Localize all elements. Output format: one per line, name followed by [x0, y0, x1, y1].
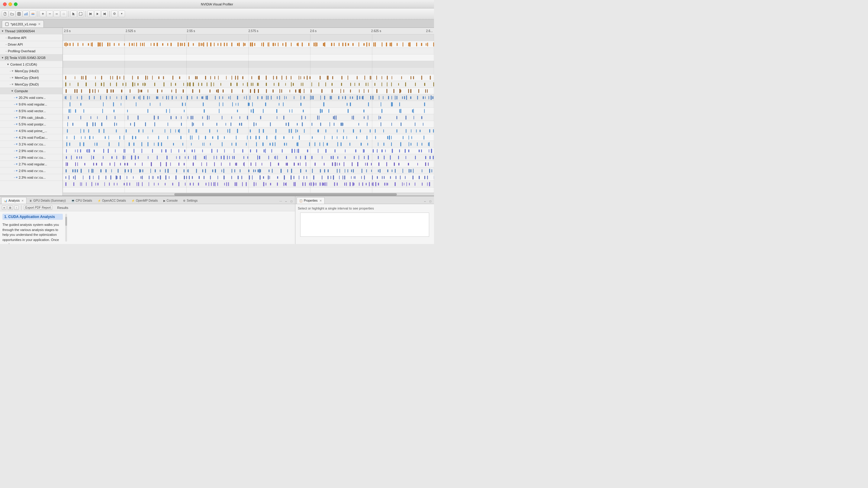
tree-row-k2[interactable]: –▼ 9.6% void regular...	[0, 101, 63, 108]
tree-row-profiling-overhead[interactable]: – Profiling Overhead	[0, 48, 63, 54]
tree-row-gpu[interactable]: ▼ [0] Tesla V100-SXM2-32GB	[0, 54, 63, 61]
k9-icon: –▼	[14, 149, 18, 152]
time-marker-2: 2.55 s	[187, 29, 195, 33]
tree-row-k1[interactable]: –▼ 20.2% void conv...	[0, 94, 63, 101]
zoom-in-button[interactable]: +	[39, 10, 46, 17]
tree-row-memcpy-htod[interactable]: –▼ MemCpy (HtoD)	[0, 68, 63, 75]
tree-row-k8[interactable]: –▼ 3.1% void cv::cu...	[0, 141, 63, 148]
main-toolbar: + − ⇔ □ ⚙ ▼	[0, 8, 434, 19]
tree-row-context[interactable]: ▼ Context 1 (CUDA)	[0, 61, 63, 68]
tree-row-k6[interactable]: –▼ 4.5% void prime_...	[0, 127, 63, 134]
properties-panel: 📋 Properties ✕ – □ Select or highlight a…	[295, 196, 434, 244]
k1-icon: –▼	[14, 96, 18, 99]
file-tab-close[interactable]: ✕	[38, 22, 40, 26]
analysis-tab-label: Analysis	[8, 199, 20, 202]
tab-analysis[interactable]: 📊 Analysis ✕	[1, 197, 27, 204]
k6-label: 4.5% void prime_...	[19, 129, 47, 133]
open-file-button[interactable]	[9, 10, 16, 17]
tree-row-k12[interactable]: –▼ 2.6% void cv::cu...	[0, 168, 63, 174]
tree-row-driver-api[interactable]: – Driver API	[0, 41, 63, 48]
panel-maximize-button[interactable]: □	[289, 199, 294, 204]
toolbar-sep-analysis	[21, 205, 22, 210]
tab-gpu-details[interactable]: 🖥 GPU Details (Summary)	[27, 197, 68, 204]
tree-row-k5[interactable]: –▼ 5.5% void postpr...	[0, 121, 63, 127]
close-button[interactable]	[3, 2, 7, 6]
properties-subtitle: Select or highlight a single interval to…	[298, 206, 432, 210]
tree-row-k11[interactable]: –▼ 2.7% void regular...	[0, 161, 63, 168]
thread-label: Thread 1683060544	[5, 29, 35, 33]
panel-menu-button[interactable]: ⋯	[278, 199, 283, 204]
tab-properties[interactable]: 📋 Properties ✕	[297, 197, 325, 204]
toolbar-separator-2	[68, 11, 69, 17]
timeline-scrollbar[interactable]	[63, 193, 434, 196]
maximize-button[interactable]	[14, 2, 18, 6]
svg-rect-5	[26, 13, 26, 16]
minimize-button[interactable]	[8, 2, 12, 6]
compute-label: Compute	[14, 89, 28, 93]
tree-row-k9[interactable]: –▼ 2.9% void cv::cu...	[0, 148, 63, 154]
properties-tab-close[interactable]: ✕	[319, 199, 322, 202]
timeline-content[interactable]	[63, 34, 434, 193]
select-tool-button[interactable]	[77, 10, 84, 17]
toolbar-group-file	[2, 10, 36, 17]
prev-frame-button[interactable]	[87, 10, 94, 17]
k12-label: 2.6% void cv::cu...	[19, 169, 45, 173]
tab-cpu-details[interactable]: 💻 CPU Details	[68, 197, 95, 204]
analysis-scrollbar-thumb[interactable]	[65, 217, 67, 226]
list-view-button[interactable]: ≡	[2, 206, 6, 210]
analysis-tab-close[interactable]: ✕	[22, 199, 24, 202]
save-file-button[interactable]	[16, 10, 22, 17]
k13-label: 2.3% void cv::cu...	[19, 176, 45, 179]
tree-row-k13[interactable]: –▼ 2.3% void cv::cu...	[0, 174, 63, 181]
tree-row-k3[interactable]: –▼ 8.5% void vector...	[0, 108, 63, 114]
k2-icon: –▼	[14, 103, 18, 106]
zoom-reset-button[interactable]: □	[60, 10, 67, 17]
cursor-tool-button[interactable]	[70, 10, 77, 17]
tab-console[interactable]: ▶ Console	[161, 197, 181, 204]
tree-row-k7[interactable]: –▼ 4.1% void ForEac...	[0, 134, 63, 141]
new-file-button[interactable]	[2, 10, 8, 17]
expand-button[interactable]: ↑	[14, 206, 19, 210]
timeline-chart-button[interactable]	[30, 10, 36, 17]
tree-row-k4[interactable]: –▼ 7.8% calc_(doub...	[0, 114, 63, 121]
chart-button[interactable]	[23, 10, 29, 17]
tab-openacc[interactable]: ⚡ OpenACC Details	[95, 197, 129, 204]
file-tab[interactable]: *pb1203_v1.nvvp ✕	[2, 20, 44, 28]
tree-row-memcpy-dtoh[interactable]: –▼ MemCpy (DtoH)	[0, 75, 63, 81]
svg-rect-4	[25, 13, 25, 16]
next-frame-button[interactable]	[101, 10, 108, 17]
export-pdf-button[interactable]: Export PDF Report	[24, 205, 52, 210]
k3-icon: –▼	[14, 110, 18, 113]
settings-dropdown-button[interactable]: ▼	[118, 10, 125, 17]
panel-minimize-button[interactable]: –	[284, 199, 288, 204]
tree-row-compute[interactable]: ▼ Compute	[0, 88, 63, 94]
zoom-out-button[interactable]: −	[46, 10, 53, 17]
tab-settings[interactable]: ⚙ Settings	[180, 197, 200, 204]
memcpy-dtod-label: MemCpy (DtoD)	[15, 83, 39, 86]
settings-button[interactable]: ⚙	[111, 10, 118, 17]
tree-row-k10[interactable]: –▼ 2.8% void cv::cu...	[0, 154, 63, 161]
results-tab[interactable]: Results	[54, 205, 72, 211]
properties-maximize-button[interactable]: □	[428, 199, 433, 204]
tab-openmp[interactable]: ⚡ OpenMP Details	[129, 197, 161, 204]
analysis-scrollbar[interactable]	[65, 214, 67, 241]
tree-row-thread[interactable]: ▼ Thread 1683060544	[0, 28, 63, 34]
settings-tab-label: Settings	[187, 199, 197, 202]
openacc-tab-icon: ⚡	[98, 199, 101, 202]
k10-icon: –▼	[14, 156, 18, 159]
time-marker-1: 2.525 s	[126, 29, 135, 33]
console-tab-label: Console	[167, 199, 178, 202]
scrollbar-thumb[interactable]	[174, 193, 397, 196]
table-view-button[interactable]: ⊞	[7, 206, 13, 210]
bottom-left-panel: 📊 Analysis ✕ 🖥 GPU Details (Summary) 💻 C…	[0, 196, 295, 244]
zoom-fit-button[interactable]: ⇔	[54, 10, 60, 17]
play-button[interactable]	[94, 10, 101, 17]
time-marker-6: 2.6...	[426, 29, 433, 33]
properties-minimize-button[interactable]: –	[423, 199, 427, 204]
analysis-description: 1. CUDA Application Analysis The guided …	[2, 214, 63, 241]
tree-row-memcpy-dtod[interactable]: –▼ MemCpy (DtoD)	[0, 81, 63, 88]
svg-marker-13	[97, 13, 98, 15]
k4-icon: –▼	[14, 116, 18, 119]
svg-marker-9	[72, 12, 75, 16]
tree-row-runtime-api[interactable]: – Runtime API	[0, 34, 63, 41]
